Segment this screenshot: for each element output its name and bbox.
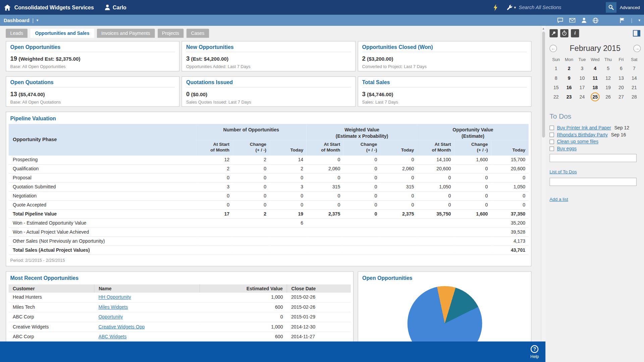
tab-opportunities-and-sales[interactable]: Opportunities and Sales	[31, 29, 94, 38]
pipeline-cell: 12	[196, 156, 233, 164]
help-button[interactable]: ? Help	[530, 345, 539, 358]
pipeline-cell	[270, 236, 307, 245]
chat-icon[interactable]	[557, 18, 563, 23]
home-brand[interactable]: Consolidated Widgets Services	[4, 4, 94, 10]
todo-link[interactable]: Buy eggs	[557, 146, 577, 151]
pipeline-phase-label: Negotiation	[9, 191, 196, 200]
opportunity-link[interactable]: Creative Widgets Opp	[99, 324, 145, 329]
scrollbar-thumb[interactable]	[542, 32, 545, 137]
calendar-day[interactable]: 25	[589, 93, 602, 101]
calendar-day[interactable]: 5	[602, 64, 615, 72]
pipeline-phase-label: Quote Accepted	[9, 200, 196, 209]
new-todo-input-2[interactable]	[549, 178, 637, 186]
dashboard-menu[interactable]: Dashboard | ▾	[4, 17, 38, 23]
contact-icon[interactable]	[582, 18, 587, 23]
opportunity-link[interactable]: Miles Widgets	[99, 305, 128, 310]
search-button[interactable]	[606, 2, 616, 13]
panel-title-pipeline[interactable]: Pipeline Valuation	[6, 112, 531, 124]
subheader-line2: (+ / -)	[256, 147, 267, 153]
tab-leads[interactable]: Leads	[6, 29, 28, 38]
add-list-link[interactable]: Add a list	[549, 197, 568, 202]
calendar-day[interactable]: 10	[576, 74, 589, 82]
tab-invoices-and-payments[interactable]: Invoices and Payments	[97, 29, 155, 38]
todo-link[interactable]: Rhonda's Birthday Party	[557, 132, 607, 137]
calendar-day[interactable]: 23	[562, 93, 576, 101]
pipeline-cell: 6	[270, 219, 307, 228]
pipeline-cell	[454, 228, 491, 237]
calendar-day[interactable]: 3	[576, 64, 589, 72]
info-button[interactable]: i	[571, 29, 579, 37]
tab-cases[interactable]: Cases	[186, 29, 209, 38]
pipeline-subheader: Change(+ / -)	[233, 140, 270, 156]
calendar-day[interactable]: 8	[549, 74, 562, 82]
calendar-day[interactable]: 6	[615, 64, 628, 72]
calendar-day[interactable]: 4	[589, 64, 602, 72]
chevron-down-icon[interactable]: ▾	[638, 18, 640, 22]
calendar-day[interactable]: 22	[549, 93, 562, 101]
user-menu[interactable]: Carlo	[105, 4, 126, 10]
todo-link[interactable]: Buy Printer Ink and Paper	[557, 125, 611, 130]
calendar-day[interactable]: 15	[549, 83, 562, 92]
metric-card-title[interactable]: Opportunities Closed (Won)	[362, 44, 527, 52]
subheader-line1: Today	[512, 147, 525, 153]
calendar-day[interactable]: 16	[562, 83, 576, 92]
calendar-day[interactable]: 21	[628, 83, 641, 92]
calendar-day[interactable]: 19	[602, 83, 615, 92]
pipeline-cell: 1,600	[454, 156, 491, 164]
metric-card-title[interactable]: Open Quotations	[10, 79, 175, 87]
calendar-day[interactable]: 26	[602, 93, 615, 101]
calendar-prev-button[interactable]: ←	[549, 45, 557, 52]
metric-card-title[interactable]: Open Opportunities	[10, 44, 175, 52]
advanced-search-link[interactable]: Advanced	[620, 5, 640, 10]
calendar-day[interactable]: 13	[615, 74, 628, 82]
calendar-day[interactable]: 1	[549, 64, 562, 72]
todos-section: To Dos Buy Printer Ink and PaperSep 12Rh…	[549, 113, 641, 202]
calendar-day[interactable]: 20	[615, 83, 628, 92]
calendar-day[interactable]: 17	[576, 83, 589, 92]
todo-link[interactable]: Clean up some files	[557, 139, 598, 144]
todo-list: Buy Printer Ink and PaperSep 12Rhonda's …	[549, 125, 641, 151]
search-input[interactable]	[519, 4, 603, 10]
pin-button[interactable]	[549, 29, 557, 37]
wrench-icon	[506, 4, 512, 10]
mail-icon[interactable]	[570, 18, 576, 22]
calendar-day[interactable]: 14	[628, 74, 641, 82]
todo-checkbox[interactable]	[549, 132, 554, 137]
calendar-day[interactable]: 27	[615, 93, 628, 101]
timer-button[interactable]	[560, 29, 568, 37]
search-type-dropdown[interactable]: ▾	[506, 4, 516, 10]
panel-title-recent[interactable]: Most Recent Opportunities	[6, 272, 353, 284]
pipeline-cell: 20,600	[417, 164, 454, 173]
opportunity-link[interactable]: HH Opportunity	[99, 295, 131, 300]
todo-checkbox[interactable]	[549, 139, 554, 144]
calendar-day[interactable]: 2	[562, 64, 576, 72]
calendar-day[interactable]: 11	[589, 74, 602, 82]
metric-card-title[interactable]: Quotations Issued	[186, 79, 351, 87]
opportunity-link[interactable]: ABC Widgets	[99, 334, 127, 339]
calendar-day[interactable]: 12	[602, 74, 615, 82]
calendar-day[interactable]: 28	[628, 93, 641, 101]
metric-card: Opportunities Closed (Won)2 ($3,200.00)C…	[358, 41, 531, 71]
panel-title-pie[interactable]: Open Opportunities	[358, 272, 531, 284]
todo-checkbox[interactable]	[549, 125, 554, 130]
new-todo-input[interactable]	[549, 154, 637, 162]
todo-list-link[interactable]: List of To Dos	[549, 169, 577, 174]
calendar-day[interactable]: 18	[589, 83, 602, 92]
calendar-next-button[interactable]: →	[633, 45, 641, 52]
metric-card-title[interactable]: New Opportunities	[186, 44, 351, 52]
metric-card-title[interactable]: Total Sales	[362, 79, 527, 87]
calendar-day[interactable]: 9	[562, 74, 576, 82]
calendar-day[interactable]: 24	[576, 93, 589, 101]
todo-checkbox[interactable]	[549, 146, 554, 151]
quick-actions-button[interactable]	[493, 4, 497, 11]
opportunity-link[interactable]: Opportunity	[99, 314, 123, 319]
divider: |	[631, 17, 632, 23]
calendar-day[interactable]: 7	[628, 64, 641, 72]
recent-opportunities-table: CustomerNameEstimated ValueClose Date He…	[9, 284, 351, 342]
globe-icon[interactable]	[593, 17, 598, 23]
main-scrollbar[interactable]: ▲	[541, 26, 545, 362]
flag-icon[interactable]	[620, 18, 625, 23]
tab-projects[interactable]: Projects	[158, 29, 184, 38]
scroll-up-icon[interactable]: ▲	[541, 26, 545, 31]
collapse-panel-button[interactable]	[633, 29, 641, 37]
